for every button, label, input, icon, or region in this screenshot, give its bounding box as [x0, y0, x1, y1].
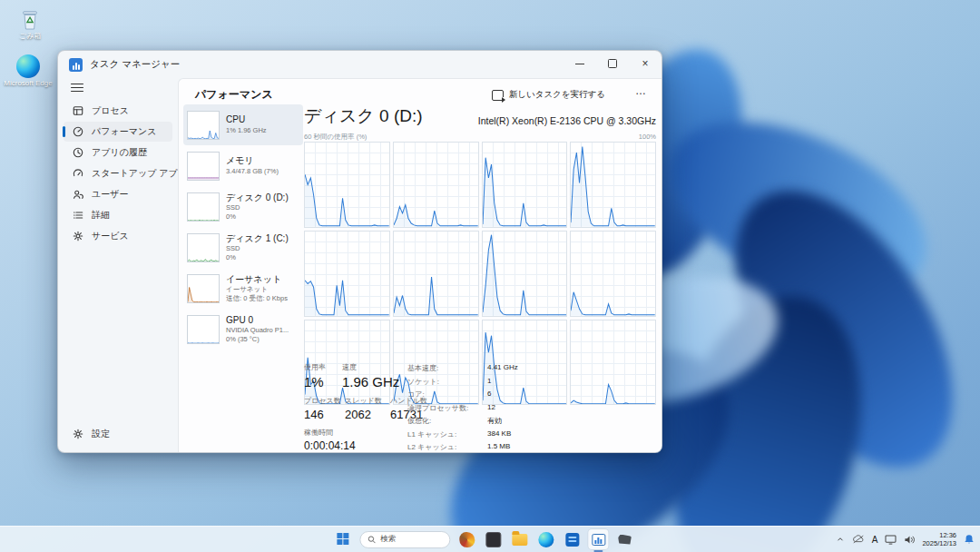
perf-item-memory[interactable]: メモリ 3.4/47.8 GB (7%)	[183, 145, 303, 186]
sidebar-item-label: 詳細	[92, 209, 110, 222]
perf-item-detail: SSD	[226, 244, 289, 253]
detail-value: 有効	[487, 416, 518, 426]
titlebar[interactable]: タスク マネージャー ×	[58, 51, 662, 78]
core-graph-5	[304, 231, 390, 317]
paint-app-icon	[459, 532, 475, 547]
performance-resource-list: CPU 1% 1.96 GHz メモリ 3.4/47.8 GB (7%)	[183, 104, 303, 350]
detail-value: 384 KB	[487, 429, 518, 439]
chart-max-label: 100%	[639, 133, 656, 141]
ime-mode-indicator[interactable]: A	[872, 535, 878, 545]
detail-value: 4.41 GHz	[487, 363, 518, 373]
file-explorer-icon	[512, 534, 527, 546]
sidebar-item-app-history[interactable]: アプリの履歴	[64, 143, 172, 163]
taskbar-app-bluetile[interactable]	[562, 529, 582, 549]
display-status-icon[interactable]	[885, 535, 897, 545]
sidebar-item-details[interactable]: 詳細	[64, 205, 172, 225]
cpu-thumbnail-chart	[188, 112, 219, 139]
sidebar-item-startup-apps[interactable]: スタートアップ アプリ	[64, 163, 172, 183]
detail-label: L1 キャッシュ:	[407, 429, 487, 439]
stat-value-processes: 146	[304, 408, 345, 421]
desktop-icon-edge[interactable]: Microsoft Edge	[2, 54, 54, 88]
onedrive-icon[interactable]	[852, 535, 865, 544]
detail-value: 1	[487, 377, 518, 387]
sidebar-item-performance[interactable]: パフォーマンス	[64, 122, 172, 142]
notification-bell-icon[interactable]	[964, 534, 975, 545]
dark-app-icon	[485, 532, 501, 547]
sidebar-item-label: スタートアップ アプリ	[92, 167, 187, 180]
sidebar-item-processes[interactable]: プロセス	[64, 101, 172, 121]
startup-gauge-icon	[72, 168, 83, 180]
perf-item-name: CPU	[226, 114, 267, 126]
taskbar-app-paint[interactable]	[456, 529, 476, 549]
perf-item-detail: 0%	[226, 212, 289, 222]
detail-label: コア:	[407, 389, 487, 399]
run-new-task-button[interactable]: 新しいタスクを実行する	[486, 86, 611, 104]
history-clock-icon	[72, 147, 83, 159]
windows-logo-icon	[337, 533, 349, 546]
detail-label: L2 キャッシュ:	[407, 442, 487, 452]
speaker-icon[interactable]	[904, 535, 915, 545]
disk0-thumbnail-chart	[188, 193, 219, 221]
memory-thumbnail-chart	[188, 153, 219, 180]
taskbar: 検索 A 12:36 2025/12/13	[0, 526, 980, 552]
perf-item-detail: 0%	[226, 253, 289, 262]
tray-time: 12:36	[939, 531, 956, 539]
perf-item-ethernet[interactable]: イーサネット イーサネット 送信: 0 受信: 0 Kbps	[183, 268, 303, 309]
tray-clock[interactable]: 12:36 2025/12/13	[922, 531, 956, 548]
sidebar-item-label: ユーザー	[92, 188, 128, 201]
taskbar-app-misc[interactable]	[614, 529, 634, 549]
core-graph-4	[570, 142, 656, 228]
perf-item-detail: NVIDIA Quadro P1...	[226, 326, 289, 335]
sidebar-item-users[interactable]: ユーザー	[64, 184, 172, 204]
desktop: ごみ箱 Microsoft Edge タスク マネージャー × プロセス	[0, 0, 980, 552]
run-task-label: 新しいタスクを実行する	[509, 89, 605, 101]
perf-item-disk1[interactable]: ディスク 1 (C:) SSD 0%	[183, 227, 303, 268]
details-list-icon	[72, 210, 83, 222]
ethernet-thumbnail-chart	[188, 275, 219, 302]
perf-item-detail: 3.4/47.8 GB (7%)	[226, 167, 279, 176]
maximize-button[interactable]	[596, 51, 629, 76]
menu-toggle-button[interactable]	[71, 84, 83, 92]
tray-date: 2025/12/13	[922, 539, 956, 547]
users-icon	[72, 189, 83, 201]
sidebar: プロセス パフォーマンス アプリの履歴 スタートアップ アプリ ユーザー	[58, 78, 178, 452]
settings-gear-icon	[72, 429, 83, 440]
taskbar-task-manager[interactable]	[588, 529, 608, 549]
sidebar-item-label: プロセス	[92, 104, 129, 117]
core-graph-2	[393, 142, 479, 228]
perf-item-cpu[interactable]: CPU 1% 1.96 GHz	[183, 104, 303, 145]
sidebar-item-settings[interactable]: 設定	[64, 424, 172, 444]
processes-icon	[72, 105, 83, 117]
perf-item-disk0[interactable]: ディスク 0 (D:) SSD 0%	[183, 186, 303, 227]
taskbar-search-box[interactable]: 検索	[359, 531, 450, 548]
window-title: タスク マネージャー	[90, 58, 180, 71]
sidebar-item-services[interactable]: サービス	[64, 226, 172, 246]
selection-indicator	[63, 126, 65, 137]
edge-icon	[16, 54, 40, 78]
detail-label: 基本速度:	[407, 363, 487, 373]
taskbar-app-dark[interactable]	[483, 529, 503, 549]
desktop-icon-label: ごみ箱	[19, 33, 41, 41]
tray-chevron-up-icon[interactable]	[836, 535, 845, 544]
stat-label: 使用率	[304, 362, 342, 372]
sidebar-item-label: アプリの履歴	[92, 146, 147, 159]
detail-value: 1.5 MB	[487, 442, 518, 452]
core-graph-1	[304, 142, 390, 228]
taskbar-edge[interactable]	[535, 529, 555, 549]
sidebar-item-label: 設定	[92, 428, 110, 440]
close-button[interactable]: ×	[629, 51, 662, 76]
perf-item-detail: 0% (35 °C)	[226, 335, 289, 344]
stat-value-utilization: 1%	[304, 374, 342, 389]
desktop-icon-recycle-bin[interactable]: ごみ箱	[4, 7, 56, 41]
stats-section: 使用率 速度 1% 1.96 GHz プロセス数 スレッド数 ハンドル数	[304, 362, 656, 448]
perf-item-name: ディスク 1 (C:)	[226, 233, 289, 245]
start-button[interactable]	[333, 529, 353, 549]
detail-label: 論理プロセッサ数:	[407, 403, 487, 413]
perf-item-gpu0[interactable]: GPU 0 NVIDIA Quadro P1... 0% (35 °C)	[183, 309, 303, 350]
minimize-button[interactable]	[564, 51, 596, 76]
more-options-button[interactable]: …	[635, 84, 647, 97]
stat-label: スレッド数	[345, 396, 390, 406]
core-graph-6	[393, 231, 479, 317]
taskbar-file-explorer[interactable]	[509, 529, 529, 549]
perf-item-name: メモリ	[226, 155, 279, 167]
